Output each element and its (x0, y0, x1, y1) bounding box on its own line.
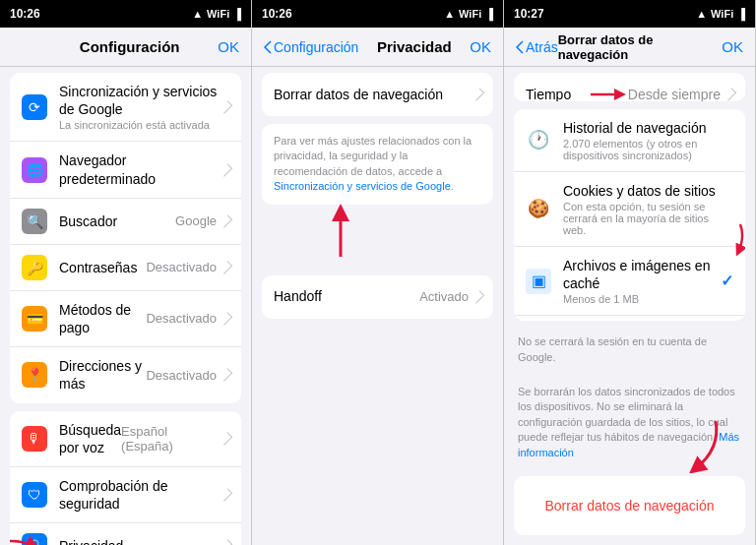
signal-icon: ▲ (192, 8, 203, 20)
item-value-search: Google (175, 213, 217, 228)
nav-back-3[interactable]: Atrás (516, 39, 558, 55)
battery-icon-2: ▐ (485, 8, 493, 20)
chevron-passwords (220, 261, 232, 273)
status-bar-2: 10:26 ▲ WiFi ▐ (252, 0, 503, 28)
list-item-privacy[interactable]: 🔒 Privacidad (10, 523, 241, 545)
delete-label[interactable]: Borrar datos de navegación (534, 486, 726, 525)
time-label: Tiempo (526, 87, 589, 101)
list-item-saved-passwords[interactable]: 🗝 Contraseñas guardadas No hay (514, 316, 745, 321)
wifi-icon-3: WiFi (711, 8, 733, 20)
item-title-search: Buscador (59, 212, 175, 230)
item-text-passwords: Contraseñas (59, 259, 146, 276)
sync-icon: ⟳ (22, 94, 47, 120)
nav-ok-1[interactable]: OK (218, 38, 239, 55)
signal-icon-2: ▲ (444, 8, 455, 20)
nav-ok-2[interactable]: OK (470, 38, 491, 55)
list-item-security-check[interactable]: 🛡 Comprobación de seguridad (10, 467, 241, 523)
privacy-info-text-end: . (451, 180, 454, 192)
back-chevron-3 (516, 40, 524, 54)
list-item-browser[interactable]: 🌐 Navegador predeterminado (10, 142, 241, 198)
item-title-cache: Archivos e imágenes en caché (563, 257, 715, 292)
panel-privacidad: 10:26 ▲ WiFi ▐ Configuración Privacidad … (252, 0, 504, 545)
key-icon: 🔑 (22, 255, 47, 280)
item-subtitle-history: 2.070 elementos (y otros en dispositivos… (563, 138, 733, 161)
section-time: Tiempo Desde siempre (514, 73, 745, 101)
section-google-services: ⟳ Sincronización y servicios de Google L… (10, 73, 241, 403)
item-subtitle-cache: Menos de 1 MB (563, 293, 715, 305)
section-clear-items: 🕐 Historial de navegación 2.070 elemento… (514, 109, 745, 322)
cache-icon: ▣ (526, 269, 551, 294)
delete-section: Borrar datos de navegación (504, 468, 755, 545)
wifi-icon: WiFi (207, 8, 229, 20)
history-icon: 🕐 (526, 127, 551, 152)
list-item-cache[interactable]: ▣ Archivos e imágenes en caché Menos de … (514, 247, 745, 316)
red-arrow-privacy (10, 531, 41, 545)
nav-title-1: Configuración (80, 38, 180, 55)
list-item-payment[interactable]: 💳 Métodos de pago Desactivado (10, 291, 241, 347)
status-bar-1: 10:26 ▲ WiFi ▐ (0, 0, 251, 28)
item-title-cookies: Cookies y datos de sitios (563, 182, 733, 200)
item-value-payment: Desactivado (146, 311, 217, 326)
section-handoff: Handoff Activado (262, 275, 493, 319)
item-title-passwords: Contraseñas (59, 259, 146, 276)
time-3: 10:27 (514, 7, 544, 21)
item-text-history: Historial de navegación 2.070 elementos … (563, 119, 733, 161)
item-text-borrar: Borrar datos de navegación (274, 86, 474, 103)
list-item-sync[interactable]: ⟳ Sincronización y servicios de Google L… (10, 73, 241, 142)
delete-button[interactable]: Borrar datos de navegación (514, 476, 745, 535)
item-text-security-check: Comprobación de seguridad (59, 477, 222, 513)
item-title-security-check: Comprobación de seguridad (59, 477, 222, 513)
privacy-info-box: Para ver más ajustes relacionados con la… (262, 124, 493, 205)
item-text-browser: Navegador predeterminado (59, 151, 222, 187)
item-text-sync: Sincronización y servicios de Google La … (59, 83, 222, 131)
time-1: 10:26 (10, 7, 40, 21)
nav-bar-2: Configuración Privacidad OK (252, 28, 503, 67)
nav-back-2[interactable]: Configuración (264, 39, 358, 55)
time-2: 10:26 (262, 7, 292, 21)
item-title-sync: Sincronización y servicios de Google (59, 83, 222, 118)
arrow-container-2 (262, 212, 493, 272)
status-icons-1: ▲ WiFi ▐ (192, 8, 241, 20)
item-title-history: Historial de navegación (563, 119, 733, 137)
panel-configuracion: 10:26 ▲ WiFi ▐ Configuración OK ⟳ Sincro… (0, 0, 252, 545)
list-item-time[interactable]: Tiempo Desde siempre (514, 73, 745, 101)
item-text-voice: Búsqueda por voz (59, 421, 121, 456)
red-arrow-delete (666, 419, 725, 473)
red-arrow-up-2 (311, 203, 370, 262)
cookies-icon: 🍪 (526, 196, 551, 221)
note1: No se cerrará la sesión en tu cuenta de … (504, 327, 755, 373)
red-arrow-cache (701, 222, 745, 257)
list-item-addresses[interactable]: 📍 Direcciones y más Desactivado (10, 347, 241, 402)
nav-ok-3[interactable]: OK (722, 38, 743, 55)
list-item-handoff[interactable]: Handoff Activado (262, 275, 493, 319)
card-icon: 💳 (22, 306, 47, 332)
list-item-borrar[interactable]: Borrar datos de navegación (262, 73, 493, 116)
list-item-passwords[interactable]: 🔑 Contraseñas Desactivado (10, 245, 241, 291)
battery-icon: ▐ (233, 8, 241, 20)
item-title-privacy: Privacidad (59, 537, 222, 545)
signal-icon-3: ▲ (696, 8, 707, 20)
nav-title-2: Privacidad (377, 38, 452, 55)
item-title-handoff: Handoff (274, 287, 419, 305)
item-subtitle-sync: La sincronización está activada (59, 119, 222, 131)
item-title-voice: Búsqueda por voz (59, 421, 121, 456)
panel1-content: ⟳ Sincronización y servicios de Google L… (0, 67, 251, 545)
section-features: 🎙 Búsqueda por voz Español (España) 🛡 Co… (10, 411, 241, 546)
list-item-history[interactable]: 🕐 Historial de navegación 2.070 elemento… (514, 109, 745, 172)
item-text-cache: Archivos e imágenes en caché Menos de 1 … (563, 257, 715, 305)
list-item-voice[interactable]: 🎙 Búsqueda por voz Español (España) (10, 411, 241, 467)
panel-borrar-datos: 10:27 ▲ WiFi ▐ Atrás Borrar datos de nav… (504, 0, 756, 545)
item-text-payment: Métodos de pago (59, 301, 146, 336)
privacy-info-text: Para ver más ajustes relacionados con la… (274, 135, 472, 177)
nav-bar-3: Atrás Borrar datos de navegación OK (504, 28, 755, 67)
browser-icon: 🌐 (22, 157, 47, 183)
nav-title-3: Borrar datos de navegación (558, 32, 723, 62)
list-item-search[interactable]: 🔍 Buscador Google (10, 199, 241, 245)
item-text-search: Buscador (59, 212, 175, 230)
item-value-voice: Español (España) (121, 424, 217, 454)
mic-icon: 🎙 (22, 426, 47, 452)
item-text-handoff: Handoff (274, 287, 419, 305)
privacy-info-link[interactable]: Sincronización y servicios de Google (274, 180, 451, 192)
section-borrar: Borrar datos de navegación (262, 73, 493, 116)
chevron-payment (220, 312, 232, 325)
